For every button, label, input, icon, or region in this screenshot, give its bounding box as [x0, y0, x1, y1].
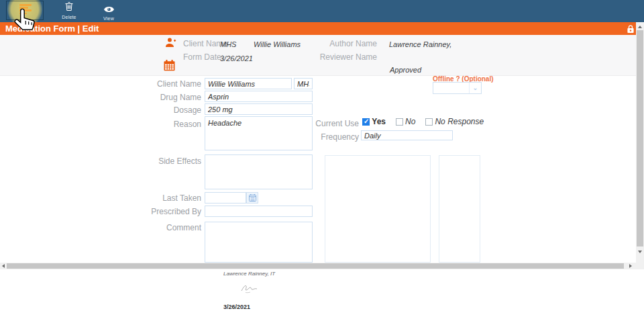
form-date-value: 3/26/2021	[220, 54, 253, 62]
client-code-input[interactable]	[294, 78, 313, 89]
delete-button[interactable]: Delete	[56, 1, 82, 21]
hand-pointer-cursor-icon	[14, 8, 37, 39]
form-date-label: Form Date:	[183, 52, 223, 62]
horizontal-scrollbar-thumb[interactable]	[7, 263, 624, 269]
person-add-icon	[165, 38, 176, 50]
view-button[interactable]: View	[96, 1, 121, 21]
current-use-yes-label: Yes	[372, 117, 386, 126]
dosage-input[interactable]	[205, 103, 313, 115]
prescribed-by-label: Prescribed By	[114, 207, 201, 216]
side-effects-textarea[interactable]	[205, 154, 313, 189]
current-use-no-label: No	[405, 117, 415, 126]
frequency-input[interactable]	[361, 130, 453, 140]
drug-name-label: Drug Name	[114, 93, 201, 102]
side-effects-label: Side Effects	[114, 156, 201, 166]
current-use-options: Yes No No Response	[362, 117, 484, 126]
scroll-up-arrow-icon[interactable]	[638, 26, 642, 28]
signed-by-text: Lawrence Rainney, IT	[223, 271, 275, 277]
scroll-left-arrow-icon[interactable]	[2, 264, 5, 268]
horizontal-scrollbar[interactable]	[0, 263, 636, 269]
comment-label: Comment	[114, 223, 201, 232]
trash-icon	[64, 1, 74, 14]
view-button-label: View	[103, 16, 114, 21]
client-name-header-value: Willie Williams	[254, 40, 301, 48]
calendar-icon	[164, 60, 175, 74]
dosage-label: Dosage	[114, 105, 201, 115]
lock-icon	[627, 24, 635, 34]
current-use-yes-checkbox[interactable]	[362, 118, 370, 126]
chevron-down-icon: ⌄	[469, 83, 481, 93]
offline-select[interactable]: ⌄	[433, 82, 482, 94]
title-bar: Medication Form | Edit	[0, 22, 636, 35]
current-use-noresponse-label: No Response	[435, 117, 484, 126]
frequency-label: Frequency	[272, 132, 359, 142]
comment-textarea[interactable]	[205, 222, 313, 263]
form-header-panel: Client Name: MHS Willie Williams Author …	[0, 35, 636, 76]
status-value: Approved	[390, 66, 421, 74]
author-name-value: Lawrence Rainney,	[389, 40, 451, 48]
eye-icon	[103, 3, 115, 15]
last-taken-label: Last Taken	[114, 193, 201, 203]
delete-button-label: Delete	[62, 15, 76, 19]
date-picker-calendar-icon	[249, 194, 256, 201]
prescribed-by-input[interactable]	[205, 206, 313, 217]
client-name-input[interactable]	[205, 78, 292, 89]
author-name-label: Author Name	[303, 39, 377, 48]
toolbar: Delete View	[0, 0, 644, 22]
notes-box-small[interactable]	[439, 155, 480, 263]
current-use-label: Current Use	[272, 119, 359, 128]
vertical-scrollbar-thumb[interactable]	[637, 30, 643, 246]
medication-form-window: Delete View Medication Form | Edit Clien…	[0, 0, 644, 315]
scrollbar-corner	[636, 263, 644, 269]
drug-name-input[interactable]	[205, 91, 313, 102]
signature-date: 3/26/2021	[223, 304, 250, 310]
current-use-no-checkbox[interactable]	[396, 118, 403, 126]
signature-scribble	[240, 283, 260, 297]
scroll-right-arrow-icon[interactable]	[629, 264, 632, 268]
date-picker-button[interactable]	[246, 192, 258, 204]
last-taken-input[interactable]	[205, 192, 246, 204]
notes-box-large[interactable]	[325, 155, 431, 263]
scroll-down-arrow-icon[interactable]	[638, 251, 642, 253]
reviewer-name-label: Reviewer Name	[303, 52, 377, 62]
reason-label: Reason	[114, 120, 201, 129]
current-use-noresponse-checkbox[interactable]	[425, 118, 433, 126]
vertical-scrollbar[interactable]	[636, 22, 644, 263]
client-code-header-value: MHS	[220, 40, 236, 48]
client-name-label: Client Name	[114, 79, 201, 89]
